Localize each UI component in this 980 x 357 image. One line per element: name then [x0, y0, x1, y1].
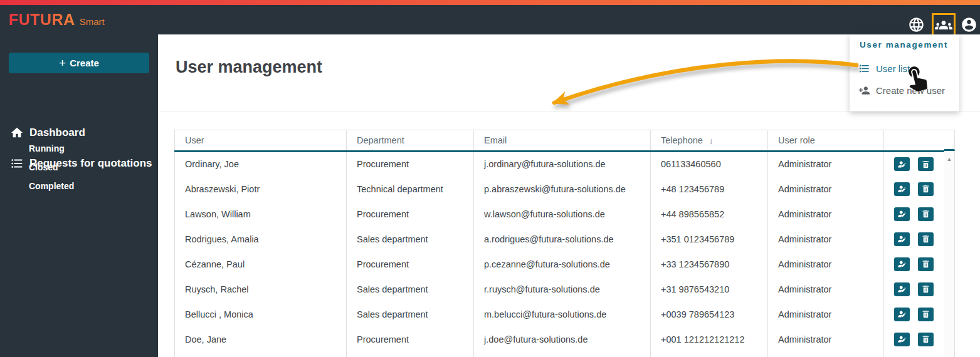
user-management-menu: User management User list Create new use… [850, 34, 959, 111]
cell-actions [884, 202, 945, 227]
cell-user-role: Administrator [768, 302, 884, 327]
table-row [175, 352, 945, 357]
delete-user-button[interactable] [918, 282, 934, 296]
user-table: User Department Email Telephone↓ User ro… [174, 130, 945, 357]
delete-user-button[interactable] [918, 257, 934, 271]
cell-telephone: +0039 789654123 [651, 302, 768, 327]
cell-email: j.doe@futura-solutions.de [474, 327, 651, 352]
column-header-telephone[interactable]: Telephone↓ [651, 130, 768, 152]
table-row: Ordinary, Joe Procurement j.ordinary@fut… [175, 152, 945, 177]
column-header-user[interactable]: User [175, 130, 347, 152]
cell-user: Ordinary, Joe [175, 152, 347, 177]
create-button[interactable]: + Create [9, 53, 149, 73]
person-add-icon [858, 85, 870, 96]
brand-logo: FUTURA Smart [9, 11, 105, 29]
cell-actions [884, 352, 945, 357]
home-icon [10, 126, 24, 140]
sidebar: + Create Dashboard Requests for quotatio… [0, 34, 158, 357]
cell-department: Procurement [347, 202, 474, 227]
topbar: FUTURA Smart [0, 5, 980, 34]
table-header-row: User Department Email Telephone↓ User ro… [175, 130, 945, 152]
scrollbar-track[interactable]: ▲ [944, 151, 955, 357]
sidebar-subitem-closed[interactable]: Closed [29, 160, 154, 175]
delete-user-button[interactable] [918, 207, 934, 221]
cell-actions [884, 227, 945, 252]
sidebar-subitem-completed[interactable]: Completed [29, 178, 154, 194]
delete-user-button[interactable] [918, 182, 934, 196]
table-row: Ruysch, Rachel Sales department r.ruysch… [175, 277, 945, 302]
menu-title: User management [860, 40, 948, 49]
cell-telephone: +44 898565852 [651, 202, 768, 227]
edit-user-button[interactable] [894, 282, 910, 296]
cell-user: Ruysch, Rachel [175, 277, 347, 302]
edit-user-button[interactable] [894, 333, 910, 346]
cell-actions [884, 302, 945, 327]
cell-user-role: Administrator [768, 177, 884, 202]
cell-email: j.ordinary@futura-solutions.de [474, 152, 651, 177]
cell-email: p.abraszewski@futura-solutions.de [474, 177, 651, 202]
menu-item-create-new-user[interactable]: Create new user [850, 82, 959, 98]
cell-department [347, 352, 474, 357]
edit-user-button[interactable] [894, 207, 910, 221]
cell-telephone: +351 0123456789 [651, 227, 768, 252]
cell-telephone: +33 1234567890 [651, 252, 768, 277]
cell-email: r.ruysch@futura-solutions.de [474, 277, 651, 302]
subitem-label: Completed [29, 181, 74, 191]
table-row: Cézanne, Paul Procurement p.cezanne@futu… [175, 252, 945, 277]
language-globe-icon[interactable] [908, 16, 925, 33]
cell-user-role: Administrator [768, 202, 884, 227]
delete-user-button[interactable] [918, 232, 934, 246]
edit-user-button[interactable] [894, 157, 910, 171]
table-scrollbar[interactable]: ▲ [944, 130, 955, 357]
cell-user-role: Administrator [768, 277, 884, 302]
topbar-accent-strip [0, 0, 980, 5]
cell-actions [884, 277, 945, 302]
cell-actions [884, 327, 945, 352]
menu-item-label: User list [876, 63, 910, 74]
cell-actions [884, 252, 945, 277]
cell-department: Sales department [347, 302, 474, 327]
create-button-label: Create [70, 58, 99, 68]
sidebar-item-dashboard[interactable]: Dashboard [0, 123, 158, 143]
cell-department: Sales department [347, 277, 474, 302]
edit-user-button[interactable] [894, 308, 910, 321]
cell-email: m.belucci@futura-solutions.de [474, 302, 651, 327]
delete-user-button[interactable] [918, 333, 934, 346]
cell-email [474, 352, 651, 357]
cell-user-role: Administrator [768, 227, 884, 252]
edit-user-button[interactable] [894, 182, 910, 196]
account-circle-icon[interactable] [961, 16, 977, 33]
cell-department: Procurement [347, 327, 474, 352]
list-icon [858, 63, 870, 75]
delete-user-button[interactable] [918, 157, 934, 171]
cell-email: p.cezanne@futura-solutions.de [474, 252, 651, 277]
column-header-department[interactable]: Department [347, 130, 474, 152]
table-row: Abraszewski, Piotr Technical department … [175, 177, 945, 202]
cell-email: a.rodrigues@futura-solutions.de [474, 227, 651, 252]
menu-item-user-list[interactable]: User list [850, 60, 959, 76]
scroll-up-button[interactable]: ▲ [944, 151, 954, 162]
delete-user-button[interactable] [918, 308, 934, 321]
user-management-users-icon[interactable] [935, 16, 952, 34]
table-row: Rodrigues, Amalia Sales department a.rod… [175, 227, 945, 252]
sort-desc-icon: ↓ [709, 136, 714, 145]
cell-department: Sales department [347, 227, 474, 252]
cell-user-role: Administrator [768, 252, 884, 277]
subitem-label: Running [29, 143, 65, 153]
cell-department: Technical department [347, 177, 474, 202]
column-header-email[interactable]: Email [474, 130, 651, 152]
cell-user [175, 352, 347, 357]
cell-telephone [651, 352, 768, 357]
cell-telephone: 061133460560 [651, 152, 768, 177]
column-header-actions [884, 130, 945, 152]
table-row: Doe, Jane Procurement j.doe@futura-solut… [175, 327, 945, 352]
brand-name: FUTURA [9, 11, 75, 29]
sidebar-subitem-running[interactable]: Running [29, 141, 154, 156]
cell-telephone: +001 121212121212 [651, 327, 768, 352]
edit-user-button[interactable] [894, 232, 910, 246]
table-row: Lawson, William Procurement w.lawson@fut… [175, 202, 945, 227]
plus-icon: + [59, 57, 66, 69]
edit-user-button[interactable] [894, 257, 910, 271]
column-header-user-role[interactable]: User role [768, 130, 884, 152]
cell-department: Procurement [347, 252, 474, 277]
